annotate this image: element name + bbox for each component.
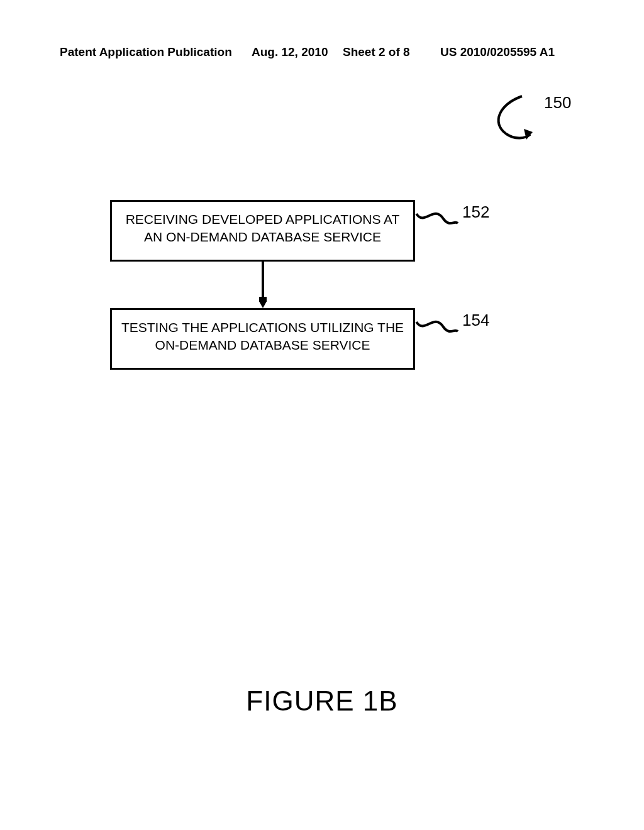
header-pubno: US 2010/0205595 A1 <box>440 45 555 59</box>
patent-page: Patent Application Publication Aug. 12, … <box>0 0 644 830</box>
flow-arrow-down-icon <box>259 262 267 308</box>
ref-label-150: 150 <box>544 93 571 113</box>
svg-marker-2 <box>259 297 267 308</box>
header-publication: Patent Application Publication <box>60 45 232 59</box>
flow-box-152: RECEIVING DEVELOPED APPLICATIONS AT AN O… <box>110 200 415 262</box>
figure-label: FIGURE 1B <box>0 685 644 717</box>
header-date: Aug. 12, 2010 <box>252 45 328 59</box>
ref-label-154: 154 <box>462 311 489 330</box>
callout-connector-154-icon <box>415 316 459 341</box>
header-sheet: Sheet 2 of 8 <box>343 45 410 59</box>
ref-arrow-150-icon <box>487 94 544 145</box>
callout-connector-152-icon <box>415 208 459 233</box>
ref-label-152: 152 <box>462 202 489 222</box>
flow-box-154: TESTING THE APPLICATIONS UTILIZING THE O… <box>110 308 415 370</box>
